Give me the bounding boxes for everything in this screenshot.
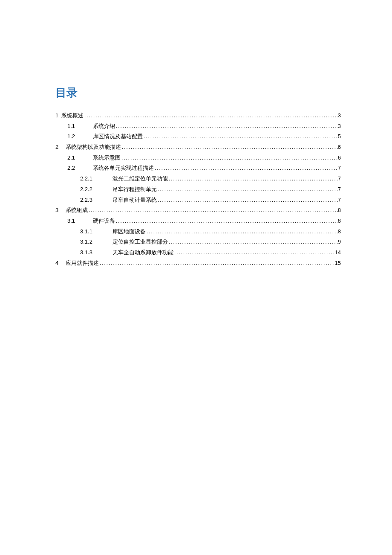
toc-entry-label: 激光二维定位单元功能 bbox=[112, 174, 168, 184]
toc-entry-page: 7 bbox=[338, 195, 341, 206]
toc-entry-label: 库区地面设备 bbox=[112, 227, 146, 237]
toc-leader-dots bbox=[173, 247, 335, 258]
toc-entry-number: 1 bbox=[55, 110, 61, 121]
toc-entry-page: 5 bbox=[338, 131, 341, 142]
toc-entry-number: 3.1 bbox=[67, 216, 93, 227]
toc-entry-number: 4 bbox=[55, 258, 66, 269]
toc-entry[interactable]: 2系统架构以及功能描述6 bbox=[55, 142, 341, 153]
toc-entry-number: 1.1 bbox=[67, 121, 93, 132]
toc-entry[interactable]: 2.2.2吊车行程控制单元7 bbox=[55, 184, 341, 195]
toc-leader-dots bbox=[88, 205, 338, 216]
toc-entry[interactable]: 3.1.2定位自控工业显控部分9 bbox=[55, 237, 341, 247]
toc-entry-label: 定位自控工业显控部分 bbox=[112, 237, 168, 247]
toc-leader-dots bbox=[168, 237, 338, 247]
toc-leader-dots bbox=[157, 184, 338, 195]
toc-leader-dots bbox=[121, 153, 338, 163]
toc-entry-page: 8 bbox=[338, 205, 341, 216]
toc-entry[interactable]: 3.1硬件设备8 bbox=[55, 216, 341, 227]
toc-entry-label: 应用就件描述 bbox=[66, 258, 99, 269]
toc-entry-label: 天车全自动系卸放件功能 bbox=[112, 247, 173, 258]
toc-entry[interactable]: 3.1.1库区地面设备8 bbox=[55, 227, 341, 237]
toc-entry-number: 3.1.3 bbox=[80, 247, 112, 258]
toc-entry-label: 系统架构以及功能描述 bbox=[66, 142, 121, 153]
toc-entry-page: 15 bbox=[335, 258, 341, 269]
toc-entry-number: 2.2 bbox=[67, 163, 93, 174]
toc-entry-number: 2.2.1 bbox=[80, 174, 112, 184]
toc-entry-page: 8 bbox=[338, 227, 341, 237]
toc-list: 1 系统概述31.1系统介绍31.2库区情况及基站配置52系统架构以及功能描述6… bbox=[55, 110, 341, 268]
toc-entry-page: 9 bbox=[338, 237, 341, 247]
toc-entry-label: 系统各单元实现过程描述 bbox=[93, 163, 154, 174]
toc-entry[interactable]: 2.2.3吊车自动计量系统7 bbox=[55, 195, 341, 206]
toc-entry-page: 6 bbox=[338, 142, 341, 153]
toc-title: 目录 bbox=[55, 85, 341, 100]
toc-leader-dots bbox=[168, 174, 338, 184]
toc-entry[interactable]: 3系统组成8 bbox=[55, 205, 341, 216]
toc-entry[interactable]: 2.2系统各单元实现过程描述7 bbox=[55, 163, 341, 174]
toc-entry-number: 3.1.2 bbox=[80, 237, 112, 247]
toc-entry-number: 2.1 bbox=[67, 153, 93, 163]
toc-entry[interactable]: 2.2.1激光二维定位单元功能7 bbox=[55, 174, 341, 184]
toc-entry-label: 吊车自动计量系统 bbox=[112, 195, 157, 206]
toc-leader-dots bbox=[84, 110, 338, 121]
toc-entry-page: 7 bbox=[338, 163, 341, 174]
toc-entry-page: 3 bbox=[338, 121, 341, 132]
toc-entry[interactable]: 3.1.3天车全自动系卸放件功能14 bbox=[55, 247, 341, 258]
toc-leader-dots bbox=[146, 227, 338, 237]
toc-leader-dots bbox=[143, 131, 338, 142]
toc-entry-label: 硬件设备 bbox=[93, 216, 115, 227]
toc-leader-dots bbox=[154, 163, 338, 174]
toc-leader-dots bbox=[115, 216, 338, 227]
toc-entry-number: 3.1.1 bbox=[80, 227, 112, 237]
toc-entry-number: 2.2.2 bbox=[80, 184, 112, 195]
toc-entry-label: 吊车行程控制单元 bbox=[112, 184, 157, 195]
toc-entry-label: 系统介绍 bbox=[93, 121, 115, 132]
toc-entry-label: 系统示意图 bbox=[93, 153, 121, 163]
toc-leader-dots bbox=[115, 121, 338, 132]
toc-entry-number: 3 bbox=[55, 205, 66, 216]
toc-entry-page: 8 bbox=[338, 216, 341, 227]
toc-entry-label: 库区情况及基站配置 bbox=[93, 131, 143, 142]
toc-entry-page: 14 bbox=[335, 247, 341, 258]
toc-entry-label: 系统组成 bbox=[66, 205, 88, 216]
toc-entry[interactable]: 4应用就件描述15 bbox=[55, 258, 341, 269]
toc-entry-page: 3 bbox=[338, 110, 341, 121]
toc-entry-page: 7 bbox=[338, 174, 341, 184]
toc-leader-dots bbox=[121, 142, 338, 153]
toc-entry-number: 2.2.3 bbox=[80, 195, 112, 206]
toc-entry[interactable]: 2.1系统示意图6 bbox=[55, 153, 341, 163]
toc-entry[interactable]: 1.1系统介绍3 bbox=[55, 121, 341, 132]
toc-entry-label: 系统概述 bbox=[61, 110, 84, 121]
toc-entry-number: 2 bbox=[55, 142, 66, 153]
toc-leader-dots bbox=[157, 195, 338, 206]
toc-leader-dots bbox=[99, 258, 335, 269]
toc-entry-page: 6 bbox=[338, 153, 341, 163]
toc-entry-number: 1.2 bbox=[67, 131, 93, 142]
toc-entry-page: 7 bbox=[338, 184, 341, 195]
toc-entry[interactable]: 1.2库区情况及基站配置5 bbox=[55, 131, 341, 142]
toc-entry[interactable]: 1 系统概述3 bbox=[55, 110, 341, 121]
